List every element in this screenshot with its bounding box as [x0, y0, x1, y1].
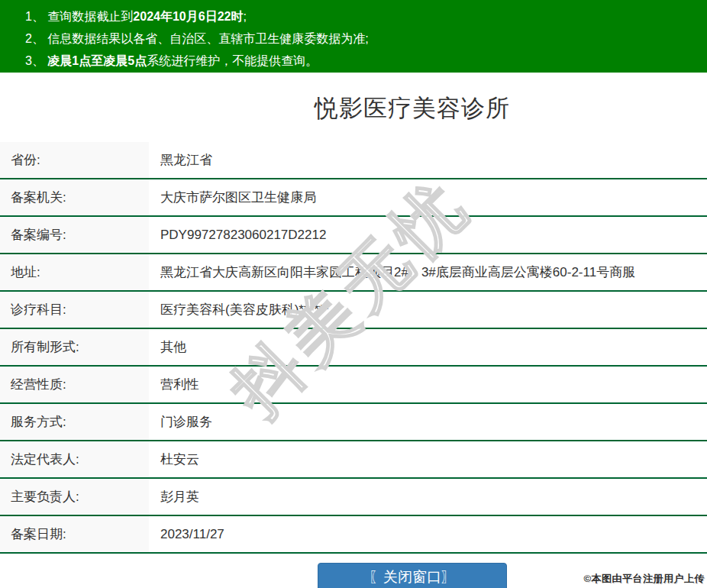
- notice-line-1-bold: 2024年10月6日22时: [133, 10, 243, 23]
- content-column: 悦影医疗美容诊所 省份: 黑龙江省 备案机关: 大庆市萨尔图区卫生健康局 备案编…: [0, 73, 707, 588]
- notice-line-3-text: 3、: [25, 54, 47, 67]
- table-row-province: 省份: 黑龙江省: [0, 142, 707, 179]
- row-label: 备案机关:: [0, 179, 149, 215]
- row-label: 服务方式:: [0, 404, 149, 440]
- notice-line-2-text: 2、 信息数据结果以各省、自治区、直辖市卫生健康委数据为准;: [25, 32, 369, 45]
- table-row-ownership: 所有制形式: 其他: [0, 329, 707, 367]
- table-row-filing-authority: 备案机关: 大庆市萨尔图区卫生健康局: [0, 179, 707, 217]
- notice-line-1: 1、 查询数据截止到2024年10月6日22时;: [25, 5, 699, 27]
- notice-line-1-suffix: ;: [243, 10, 246, 23]
- row-label: 法定代表人:: [0, 441, 149, 477]
- row-label: 备案编号:: [0, 217, 149, 253]
- notice-banner: 1、 查询数据截止到2024年10月6日22时; 2、 信息数据结果以各省、自治…: [0, 0, 707, 73]
- notice-line-2: 2、 信息数据结果以各省、自治区、直辖市卫生健康委数据为准;: [25, 27, 699, 50]
- table-row-filing-date: 备案日期: 2023/11/27: [0, 516, 707, 554]
- table-row-person-in-charge: 主要负责人: 彭月英: [0, 479, 707, 516]
- row-value: 门诊服务: [149, 404, 707, 440]
- notice-line-3-bold: 凌晨1点至凌晨5点: [47, 54, 147, 67]
- row-label: 地址:: [0, 254, 149, 290]
- row-label: 所有制形式:: [0, 329, 149, 365]
- info-table: 省份: 黑龙江省 备案机关: 大庆市萨尔图区卫生健康局 备案编号: PDY997…: [0, 142, 707, 554]
- footer-watermark: ©本图由平台注册用户上传: [583, 572, 705, 586]
- notice-line-3: 3、 凌晨1点至凌晨5点系统进行维护，不能提供查询。: [25, 50, 699, 72]
- row-label: 省份:: [0, 142, 149, 178]
- row-value: 营利性: [149, 367, 707, 402]
- table-row-departments: 诊疗科目: 医疗美容科(美容皮肤科)******: [0, 292, 707, 329]
- row-value: 医疗美容科(美容皮肤科)******: [149, 292, 707, 328]
- close-window-button[interactable]: 〖关闭窗口〗: [318, 563, 507, 588]
- row-value: 黑龙江省大庆高新区向阳丰家园工程项目2#、3#底层商业高层公寓楼60-2-11号…: [149, 254, 707, 290]
- row-label: 诊疗科目:: [0, 292, 149, 328]
- table-row-filing-number: 备案编号: PDY99727823060217D2212: [0, 217, 707, 254]
- page-title: 悦影医疗美容诊所: [0, 73, 707, 142]
- row-value: 其他: [149, 329, 707, 365]
- row-value: 大庆市萨尔图区卫生健康局: [149, 179, 707, 215]
- row-label: 经营性质:: [0, 367, 149, 402]
- table-row-address: 地址: 黑龙江省大庆高新区向阳丰家园工程项目2#、3#底层商业高层公寓楼60-2…: [0, 254, 707, 292]
- table-row-business-nature: 经营性质: 营利性: [0, 367, 707, 404]
- row-value: PDY99727823060217D2212: [149, 217, 707, 253]
- page: 1、 查询数据截止到2024年10月6日22时; 2、 信息数据结果以各省、自治…: [0, 0, 707, 588]
- notice-line-1-text: 1、 查询数据截止到: [25, 10, 133, 23]
- table-row-legal-representative: 法定代表人: 杜安云: [0, 441, 707, 479]
- table-row-service-mode: 服务方式: 门诊服务: [0, 404, 707, 441]
- row-value: 2023/11/27: [149, 516, 707, 552]
- row-value: 彭月英: [149, 479, 707, 515]
- row-value: 黑龙江省: [149, 142, 707, 178]
- notice-line-3-suffix: 系统进行维护，不能提供查询。: [147, 54, 318, 67]
- row-label: 主要负责人:: [0, 479, 149, 515]
- row-value: 杜安云: [149, 441, 707, 477]
- row-label: 备案日期:: [0, 516, 149, 552]
